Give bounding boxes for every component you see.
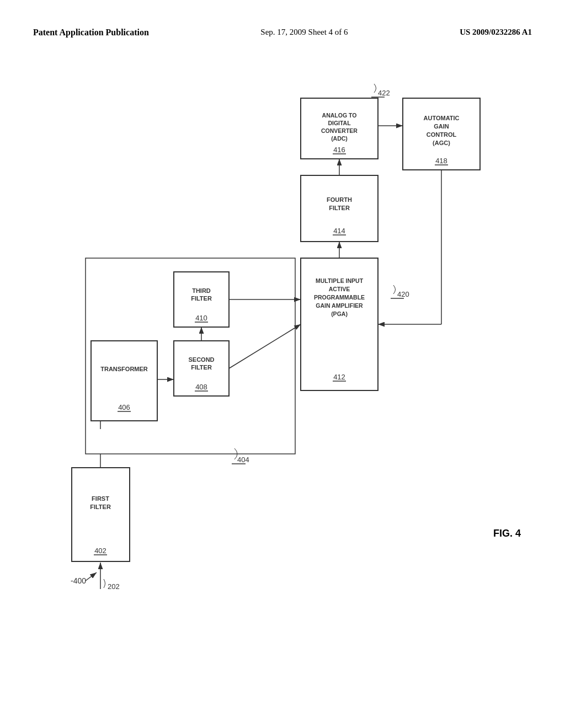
- pga-text-2: ACTIVE: [329, 286, 350, 292]
- block-diagram-svg: -400 FIRST FILTER 402 202 404 TRANSFORME…: [0, 54, 565, 716]
- agc-text-4: (AGC): [433, 140, 450, 146]
- fourth-filter-text-1: FOURTH: [327, 196, 352, 203]
- feedback-ref-curve: [393, 285, 396, 294]
- system-ref-label: -400: [71, 576, 86, 585]
- third-filter-text-1: THIRD: [192, 287, 211, 294]
- pga-text-5: (PGA): [331, 311, 348, 317]
- pga-text-3: PROGRAMMABLE: [314, 294, 365, 301]
- third-filter-ref: 410: [195, 314, 207, 322]
- feedback-ref: 420: [397, 290, 409, 298]
- pga-text-1: MULTIPLE INPUT: [316, 277, 364, 284]
- pga-ref: 412: [333, 373, 345, 381]
- input-ref: 202: [108, 582, 120, 591]
- fourth-filter-text-2: FILTER: [329, 205, 350, 211]
- page-header: Patent Application Publication Sep. 17, …: [0, 0, 565, 38]
- agc-text-3: CONTROL: [427, 131, 457, 138]
- second-filter-text-2: FILTER: [191, 364, 212, 371]
- adc-ref: 416: [333, 146, 345, 154]
- transformer-text: TRANSFORMER: [100, 366, 148, 372]
- adc-label-curve: [374, 84, 376, 93]
- fig-label: FIG. 4: [493, 528, 521, 539]
- adc-text-2: DIGITAL: [328, 120, 351, 126]
- first-filter-text-1: FIRST: [92, 495, 109, 502]
- transformer-ref: 406: [118, 403, 130, 411]
- second-filter-text-1: SECOND: [188, 356, 214, 363]
- fourth-filter-ref: 414: [333, 227, 345, 235]
- first-filter-ref: 402: [94, 547, 106, 555]
- adc-text-3: CONVERTER: [321, 127, 358, 134]
- header-center: Sep. 17, 2009 Sheet 4 of 6: [260, 28, 348, 37]
- adc-text-1: ANALOG TO: [322, 112, 357, 119]
- group-ref: 404: [237, 456, 249, 464]
- first-filter-text-2: FILTER: [90, 504, 111, 510]
- agc-text-2: GAIN: [434, 123, 449, 130]
- third-filter-text-2: FILTER: [191, 295, 212, 302]
- pga-text-4: GAIN AMPLIFIER: [316, 302, 363, 309]
- agc-ref: 418: [435, 157, 447, 165]
- diagram-area: -400 FIRST FILTER 402 202 404 TRANSFORME…: [0, 54, 565, 716]
- header-right: US 2009/0232286 A1: [460, 28, 532, 37]
- input-ref-curve: [104, 579, 105, 588]
- adc-text-4: (ADC): [331, 135, 348, 142]
- agc-text-1: AUTOMATIC: [424, 115, 460, 121]
- second-filter-ref: 408: [195, 383, 207, 391]
- system-ref-arrow: [86, 572, 97, 581]
- adc-label-ref: 422: [378, 89, 390, 97]
- header-left: Patent Application Publication: [33, 28, 149, 38]
